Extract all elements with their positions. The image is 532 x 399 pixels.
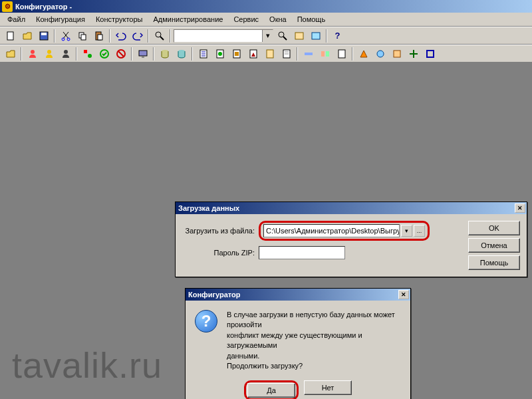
open-config-icon[interactable] bbox=[3, 47, 18, 61]
tool4-icon[interactable] bbox=[356, 47, 371, 61]
dialog-titlebar[interactable]: Загрузка данных ✕ bbox=[176, 202, 527, 214]
search-combo[interactable]: ▾ bbox=[174, 29, 273, 43]
tool2-icon[interactable] bbox=[317, 47, 332, 61]
svg-rect-12 bbox=[312, 33, 320, 39]
yes-button[interactable]: Да bbox=[247, 383, 295, 398]
svg-rect-11 bbox=[295, 33, 303, 39]
doc6-icon[interactable] bbox=[279, 47, 294, 61]
highlight-yes: Да bbox=[244, 380, 299, 399]
tool1-icon[interactable] bbox=[301, 47, 316, 61]
paste-icon[interactable] bbox=[91, 29, 106, 43]
tool-b-icon[interactable] bbox=[308, 29, 323, 43]
separator bbox=[326, 29, 327, 43]
toolbar-main: ▾ ? bbox=[0, 27, 532, 45]
user-dark-icon[interactable] bbox=[58, 47, 73, 61]
chevron-down-icon[interactable]: ▾ bbox=[401, 225, 412, 237]
tool7-icon[interactable] bbox=[406, 47, 421, 61]
menu-file[interactable]: Файл bbox=[3, 14, 30, 25]
svg-rect-0 bbox=[7, 32, 13, 40]
svg-point-26 bbox=[218, 52, 222, 56]
close-icon[interactable]: ✕ bbox=[515, 203, 525, 213]
menu-service[interactable]: Сервис bbox=[229, 14, 263, 25]
redo-icon[interactable] bbox=[130, 29, 145, 43]
svg-rect-37 bbox=[394, 51, 400, 57]
menubar: Файл Конфигурация Конструкторы Администр… bbox=[0, 13, 532, 27]
svg-point-17 bbox=[88, 54, 92, 58]
new-icon[interactable] bbox=[3, 29, 18, 43]
label-load-file: Загрузить из файла: bbox=[182, 227, 259, 235]
search-next-icon[interactable] bbox=[275, 29, 290, 43]
db2-icon[interactable] bbox=[174, 47, 189, 61]
menu-config[interactable]: Конфигурация bbox=[31, 14, 90, 25]
ok-button[interactable]: OK bbox=[468, 221, 520, 235]
question-icon: ? bbox=[195, 310, 217, 332]
separator bbox=[170, 29, 171, 43]
save-icon[interactable] bbox=[36, 29, 51, 43]
separator bbox=[54, 29, 55, 43]
copy-icon[interactable] bbox=[74, 29, 90, 43]
chevron-down-icon[interactable]: ▾ bbox=[262, 30, 273, 42]
no-button[interactable]: Нет bbox=[304, 380, 352, 395]
svg-rect-35 bbox=[338, 50, 345, 58]
confirm-message: В случае загрузки в непустую базу данных… bbox=[227, 310, 401, 371]
help-icon[interactable]: ? bbox=[330, 29, 345, 43]
file-path-input[interactable]: C:\Users\Администратор\Desktop\Выгруз bbox=[263, 224, 400, 237]
cut-icon[interactable] bbox=[58, 29, 73, 43]
svg-rect-38 bbox=[427, 51, 434, 57]
separator bbox=[153, 47, 154, 61]
window-titlebar: ⚙ Конфигуратор - bbox=[0, 0, 532, 13]
open-icon[interactable] bbox=[19, 29, 35, 43]
svg-point-10 bbox=[279, 32, 284, 37]
monitor-icon[interactable] bbox=[135, 47, 150, 61]
tool6-icon[interactable] bbox=[389, 47, 404, 61]
user-yellow-icon[interactable] bbox=[41, 47, 57, 61]
doc1-icon[interactable] bbox=[196, 47, 211, 61]
help-button[interactable]: Помощь bbox=[468, 255, 520, 270]
separator bbox=[297, 47, 298, 61]
menu-constructors[interactable]: Конструкторы bbox=[91, 14, 148, 25]
dialog-confirm: Конфигуратор ✕ ? В случае загрузки в неп… bbox=[185, 288, 411, 399]
svg-rect-34 bbox=[326, 51, 329, 57]
svg-point-36 bbox=[377, 51, 384, 57]
undo-icon[interactable] bbox=[113, 29, 128, 43]
tool8-icon[interactable] bbox=[422, 47, 438, 61]
tool5-icon[interactable] bbox=[372, 47, 388, 61]
doc5-icon[interactable] bbox=[262, 47, 277, 61]
separator bbox=[76, 47, 77, 61]
separator bbox=[21, 47, 22, 61]
svg-rect-2 bbox=[41, 33, 47, 35]
close-icon[interactable]: ✕ bbox=[398, 290, 409, 299]
zip-password-input[interactable] bbox=[259, 246, 345, 259]
separator bbox=[352, 47, 353, 61]
separator bbox=[192, 47, 193, 61]
dialog-title: Загрузка данных bbox=[178, 204, 239, 212]
mdi-workspace: tavalik.ru Загрузка данных ✕ Загрузить и… bbox=[0, 68, 532, 399]
separator bbox=[109, 29, 110, 43]
svg-rect-32 bbox=[305, 53, 313, 55]
browse-button[interactable]: ... bbox=[414, 225, 425, 237]
toolbar-secondary bbox=[0, 45, 532, 63]
find-icon[interactable] bbox=[152, 29, 167, 43]
tool3-icon[interactable] bbox=[334, 47, 349, 61]
tool-a-icon[interactable] bbox=[291, 29, 307, 43]
deny-icon[interactable] bbox=[113, 47, 128, 61]
shapes-icon[interactable] bbox=[80, 47, 95, 61]
dialog-titlebar[interactable]: Конфигуратор ✕ bbox=[186, 289, 410, 301]
doc2-icon[interactable] bbox=[212, 47, 227, 61]
menu-help[interactable]: Помощь bbox=[293, 14, 331, 25]
svg-rect-33 bbox=[321, 51, 325, 57]
svg-point-15 bbox=[64, 50, 68, 54]
dialog-title: Конфигуратор bbox=[188, 291, 241, 299]
db1-icon[interactable] bbox=[157, 47, 172, 61]
user-red-icon[interactable] bbox=[25, 47, 40, 61]
cancel-button[interactable]: Отмена bbox=[468, 238, 520, 253]
menu-admin[interactable]: Администрирование bbox=[149, 14, 228, 25]
menu-windows[interactable]: Окна bbox=[265, 14, 291, 25]
label-zip-password: Пароль ZIP: bbox=[182, 249, 259, 257]
separator bbox=[148, 29, 149, 43]
svg-rect-28 bbox=[235, 52, 239, 56]
doc4-icon[interactable] bbox=[245, 47, 261, 61]
allow-icon[interactable] bbox=[96, 47, 112, 61]
svg-rect-16 bbox=[84, 50, 87, 53]
doc3-icon[interactable] bbox=[229, 47, 244, 61]
